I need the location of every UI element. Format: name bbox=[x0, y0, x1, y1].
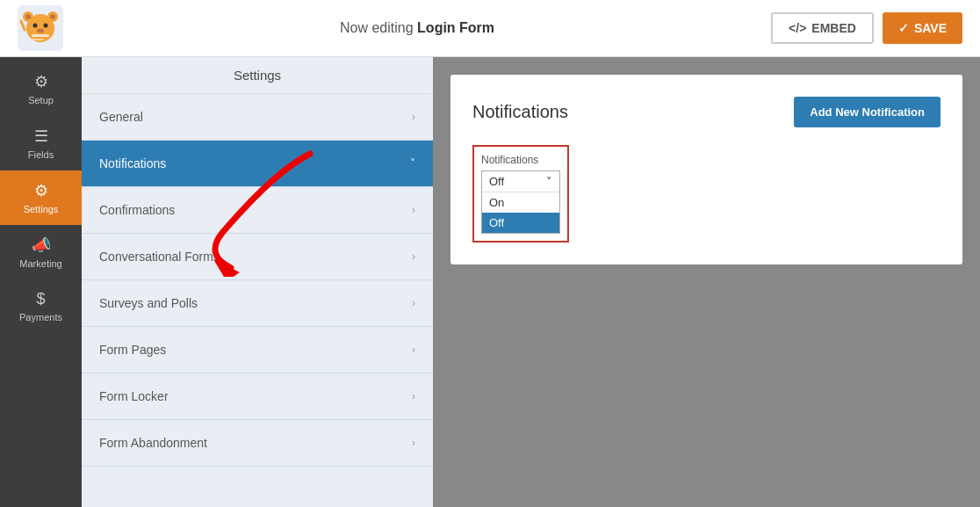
chevron-right-icon-4: › bbox=[412, 297, 415, 309]
embed-button[interactable]: </> EMBED bbox=[771, 12, 874, 44]
sidebar-item-fields[interactable]: ☰ Fields bbox=[0, 116, 82, 170]
settings-icon: ⚙ bbox=[34, 181, 48, 200]
left-sidebar: ⚙ Setup ☰ Fields ⚙ Settings 📣 Marketing … bbox=[0, 57, 82, 507]
sidebar-item-payments[interactable]: $ Payments bbox=[0, 279, 82, 333]
sidebar-item-marketing[interactable]: 📣 Marketing bbox=[0, 225, 82, 279]
svg-rect-10 bbox=[32, 39, 44, 40]
form-name: Login Form bbox=[417, 20, 494, 35]
notifications-widget: Notifications Off ˅ On Off bbox=[472, 145, 569, 243]
add-notification-button[interactable]: Add New Notification bbox=[794, 97, 940, 127]
payments-icon: $ bbox=[36, 290, 45, 308]
option-on[interactable]: On bbox=[482, 192, 559, 213]
checkmark-icon: ✓ bbox=[898, 21, 909, 35]
menu-item-form-abandonment[interactable]: Form Abandonment › bbox=[82, 420, 433, 467]
chevron-right-icon: › bbox=[412, 111, 415, 123]
chevron-down-icon: ˅ bbox=[410, 157, 415, 170]
marketing-icon: 📣 bbox=[32, 235, 51, 255]
top-bar: Now editing Login Form </> EMBED ✓ SAVE bbox=[0, 0, 980, 57]
logo-icon bbox=[18, 5, 63, 51]
chevron-right-icon-3: › bbox=[412, 250, 415, 263]
notifications-select[interactable]: Off ˅ On Off bbox=[481, 170, 560, 234]
main-layout: ⚙ Setup ☰ Fields ⚙ Settings 📣 Marketing … bbox=[0, 57, 980, 507]
content-header: Notifications Add New Notification bbox=[472, 97, 940, 127]
menu-item-form-locker[interactable]: Form Locker › bbox=[82, 373, 433, 420]
chevron-right-icon-6: › bbox=[412, 390, 415, 402]
svg-point-8 bbox=[37, 29, 44, 33]
page-title: Notifications bbox=[472, 102, 568, 122]
select-chevron-icon: ˅ bbox=[546, 175, 552, 188]
fields-icon: ☰ bbox=[34, 127, 48, 146]
select-current-value: Off bbox=[489, 175, 504, 188]
svg-point-6 bbox=[33, 24, 38, 28]
chevron-right-icon-5: › bbox=[412, 344, 415, 356]
menu-item-conversational[interactable]: Conversational Forms › bbox=[82, 234, 433, 280]
select-trigger[interactable]: Off ˅ bbox=[482, 171, 559, 192]
sidebar-item-settings[interactable]: ⚙ Settings bbox=[0, 170, 82, 225]
menu-item-general[interactable]: General › bbox=[82, 94, 433, 141]
sidebar-item-setup[interactable]: ⚙ Setup bbox=[0, 62, 82, 116]
settings-menu: General › Notifications ˅ Confirmations … bbox=[82, 94, 433, 507]
notifications-widget-label: Notifications bbox=[481, 154, 560, 166]
chevron-right-icon-7: › bbox=[412, 437, 415, 449]
editing-label: Now editing Login Form bbox=[340, 20, 494, 36]
logo-area bbox=[18, 5, 63, 51]
svg-rect-9 bbox=[32, 34, 49, 37]
select-options: On Off bbox=[482, 192, 559, 233]
save-button[interactable]: ✓ SAVE bbox=[883, 12, 962, 44]
setup-icon: ⚙ bbox=[34, 72, 48, 91]
svg-point-4 bbox=[25, 14, 31, 19]
chevron-right-icon-2: › bbox=[412, 204, 415, 216]
settings-panel: Settings General › Notifications ˅ Confi… bbox=[82, 57, 433, 507]
svg-point-7 bbox=[44, 24, 48, 28]
content-area: Notifications Add New Notification Notif… bbox=[433, 57, 980, 507]
menu-item-confirmations[interactable]: Confirmations › bbox=[82, 187, 433, 234]
menu-item-form-pages[interactable]: Form Pages › bbox=[82, 327, 433, 373]
settings-header: Settings bbox=[82, 57, 433, 94]
option-off[interactable]: Off bbox=[482, 213, 559, 233]
notifications-content: Notifications Add New Notification Notif… bbox=[450, 75, 962, 264]
menu-item-surveys[interactable]: Surveys and Polls › bbox=[82, 280, 433, 327]
embed-icon: </> bbox=[789, 21, 806, 35]
menu-item-notifications[interactable]: Notifications ˅ bbox=[82, 141, 433, 187]
svg-point-5 bbox=[50, 14, 55, 19]
top-right-buttons: </> EMBED ✓ SAVE bbox=[771, 12, 962, 44]
